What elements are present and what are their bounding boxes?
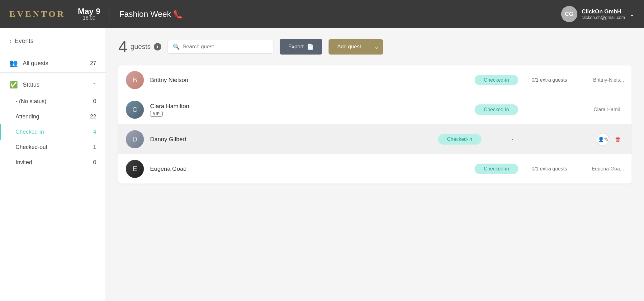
search-box[interactable]: 🔍 [168, 40, 273, 54]
status-label: Status [23, 81, 87, 88]
status-item-count: 22 [90, 113, 96, 120]
guest-name: Danny Gilbert [150, 136, 432, 143]
extra-guests: - [524, 107, 574, 112]
status-badge: Checked-in [475, 104, 518, 115]
user-section: CG ClickOn GmbH clickon.ch@gmail.com ⌄ [561, 6, 635, 22]
sidebar-status-item[interactable]: Checked-in 4 [0, 124, 106, 140]
sidebar-status-section[interactable]: ✅ Status ⌃ [0, 76, 106, 94]
guest-name: Clara Hamilton [150, 103, 468, 110]
header: EVENTOR May 9 18:00 Fashion Week 👠 CG Cl… [0, 0, 644, 28]
back-arrow-icon: ‹ [9, 37, 12, 45]
status-icon: ✅ [9, 81, 18, 89]
user-info: ClickOn GmbH clickon.ch@gmail.com [582, 8, 625, 20]
main-content: 4 guests i 🔍 Export 📄 Add guest ⌄ B Brit… [106, 28, 644, 301]
guest-name-area: Clara Hamilton VIP [150, 103, 468, 117]
ticket-id: Brittny-Niels... [580, 77, 624, 83]
extra-guests: 0/1 extra guests [524, 77, 574, 83]
status-item-label: Checked-out [16, 144, 93, 150]
user-menu-chevron[interactable]: ⌄ [629, 10, 635, 18]
search-input[interactable] [183, 44, 268, 50]
avatar-face: E [126, 160, 144, 178]
sidebar-status-item[interactable]: - (No status) 0 [0, 94, 106, 109]
guest-avatar: C [126, 101, 144, 119]
all-guests-label: All guests [23, 60, 85, 67]
event-emoji: 👠 [173, 9, 183, 19]
guest-row[interactable]: E Eugena Goad Checked-in 0/1 extra guest… [118, 154, 632, 184]
app-logo: EVENTOR [9, 9, 65, 19]
guest-name: Eugena Goad [150, 165, 468, 172]
vip-badge: VIP [150, 111, 163, 117]
status-sub-items: - (No status) 0 Attending 22 Checked-in … [0, 94, 106, 170]
avatar-face: B [126, 71, 144, 89]
avatar-face: D [126, 130, 144, 148]
status-item-label: Invited [16, 159, 93, 166]
guests-icon: 👥 [9, 59, 18, 67]
main-layout: ‹ Events 👥 All guests 27 ✅ Status ⌃ - (N… [0, 28, 644, 301]
event-name: Fashion Week 👠 [119, 9, 183, 19]
ticket-id: Clara-Hamil... [580, 107, 624, 112]
guest-name-area: Danny Gilbert [150, 136, 432, 143]
add-guest-wrapper: Add guest ⌄ [329, 39, 383, 55]
guest-avatar: B [126, 71, 144, 89]
ticket-id: Eugena-Goa... [580, 166, 624, 172]
event-info: May 9 18:00 Fashion Week 👠 [78, 6, 549, 22]
status-item-count: 0 [93, 159, 96, 166]
guest-avatar: E [126, 160, 144, 178]
guest-count-area: 4 guests i [118, 37, 161, 56]
export-icon: 📄 [307, 43, 314, 50]
status-item-count: 4 [93, 129, 96, 135]
sidebar-divider-2 [0, 72, 106, 73]
status-item-count: 1 [93, 144, 96, 150]
search-icon: 🔍 [173, 43, 180, 50]
add-guest-button[interactable]: Add guest [329, 39, 370, 55]
status-item-label: Checked-in [16, 129, 93, 135]
status-item-count: 0 [93, 98, 96, 105]
info-icon[interactable]: i [154, 43, 161, 50]
sidebar-item-all-guests[interactable]: 👥 All guests 27 [0, 54, 106, 72]
user-email: clickon.ch@gmail.com [582, 15, 625, 20]
guest-row[interactable]: D Danny Gilbert Checked-in - 👤✎ 🗑 [118, 125, 632, 154]
guest-name-area: Brittny Nielson [150, 77, 468, 84]
status-badge: Checked-in [475, 164, 518, 174]
top-bar: 4 guests i 🔍 Export 📄 Add guest ⌄ [118, 37, 632, 56]
status-badge: Checked-in [475, 75, 518, 85]
event-time: 18:00 [78, 15, 100, 21]
guest-avatar: D [126, 130, 144, 148]
status-item-label: - (No status) [16, 98, 93, 105]
all-guests-count: 27 [90, 60, 96, 67]
sidebar-status-item[interactable]: Checked-out 1 [0, 140, 106, 155]
export-label: Export [288, 44, 304, 50]
status-chevron-icon: ⌃ [92, 82, 96, 88]
guest-count-number: 4 [118, 37, 127, 56]
status-item-label: Attending [16, 113, 90, 120]
extra-guests: - [488, 136, 537, 142]
guest-row[interactable]: C Clara Hamilton VIP Checked-in - Clara-… [118, 95, 632, 125]
event-date-main: May 9 [78, 7, 100, 15]
back-label: Events [15, 37, 34, 45]
guest-row[interactable]: B Brittny Nielson Checked-in 0/1 extra g… [118, 65, 632, 95]
sidebar-status-item[interactable]: Attending 22 [0, 109, 106, 124]
avatar-face: C [126, 101, 144, 119]
event-date: May 9 18:00 [78, 7, 100, 21]
sidebar-status-item[interactable]: Invited 0 [0, 155, 106, 170]
sidebar-divider-1 [0, 51, 106, 51]
export-button[interactable]: Export 📄 [280, 39, 322, 55]
delete-guest-button[interactable]: 🗑 [612, 133, 624, 146]
status-badge: Checked-in [438, 134, 481, 145]
user-name: ClickOn GmbH [582, 8, 625, 15]
edit-guest-button[interactable]: 👤✎ [597, 133, 609, 146]
guest-name: Brittny Nielson [150, 77, 468, 84]
add-guest-dropdown-button[interactable]: ⌄ [370, 39, 383, 55]
extra-guests: 0/1 extra guests [524, 166, 574, 172]
sidebar: ‹ Events 👥 All guests 27 ✅ Status ⌃ - (N… [0, 28, 106, 301]
guest-count-label: guests [130, 43, 151, 51]
guest-list: B Brittny Nielson Checked-in 0/1 extra g… [118, 65, 632, 184]
row-actions: 👤✎ 🗑 [597, 133, 624, 146]
back-to-events[interactable]: ‹ Events [0, 34, 106, 51]
user-avatar: CG [561, 6, 577, 22]
header-divider [110, 6, 110, 22]
guest-name-area: Eugena Goad [150, 165, 468, 172]
